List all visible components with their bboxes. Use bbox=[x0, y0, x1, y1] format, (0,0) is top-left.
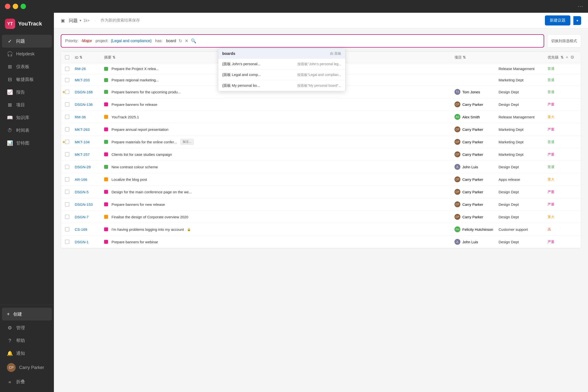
row-checkbox-10[interactable] bbox=[65, 190, 69, 194]
sidebar-item-notifications[interactable]: 🔔 通知 bbox=[2, 347, 52, 360]
priority-badge-2 bbox=[104, 90, 108, 94]
star-icon[interactable]: ★ bbox=[62, 90, 66, 94]
issue-summary-text-13[interactable]: I'm having problems logging into my acco… bbox=[112, 227, 184, 232]
row-checkbox-1[interactable] bbox=[65, 78, 69, 82]
dropdown-item-name-1: {面板 Legal and comp... bbox=[222, 72, 295, 77]
star-icon[interactable]: ★ bbox=[62, 140, 66, 144]
sidebar-item-knowledge[interactable]: 📖 知识库 bbox=[2, 111, 52, 124]
sidebar-item-helpdesk[interactable]: 🎧 Helpdesk bbox=[2, 48, 52, 60]
dropdown-item-2[interactable]: {面板 My personal bo... 按面板"My personal bo… bbox=[218, 80, 345, 91]
search-icon[interactable]: 🔍 bbox=[191, 38, 196, 44]
sidebar-collapse-button[interactable]: « 折叠 bbox=[2, 375, 52, 388]
issue-summary-text-9[interactable]: Localize the blog post bbox=[112, 178, 147, 182]
new-issue-button[interactable]: 新建议题 bbox=[545, 16, 570, 26]
chevron-down-icon[interactable]: ▾ bbox=[80, 18, 81, 22]
maximize-button[interactable] bbox=[20, 4, 26, 9]
issue-id-link-9[interactable]: AR-166 bbox=[75, 178, 87, 182]
assignee-avatar-3: CP bbox=[454, 102, 460, 107]
row-checkbox-6[interactable] bbox=[65, 140, 69, 144]
sidebar-item-timesheets[interactable]: ⏱ 时间表 bbox=[2, 124, 52, 137]
issue-assignee-9: CP Carry Parker bbox=[454, 176, 498, 182]
issue-summary-text-10[interactable]: Design for the main conference page on t… bbox=[112, 190, 192, 194]
row-checkbox-7[interactable] bbox=[65, 152, 69, 156]
sidebar-item-gantt[interactable]: 📊 甘特图 bbox=[2, 137, 52, 150]
header-assignee[interactable]: 项目 ⇅ bbox=[454, 55, 498, 60]
sidebar-item-manage[interactable]: ⚙ 管理 bbox=[2, 322, 52, 334]
row-checkbox-14[interactable] bbox=[65, 240, 69, 244]
priority-badge-9 bbox=[104, 178, 108, 181]
issue-id-link-4[interactable]: RM-36 bbox=[75, 115, 86, 119]
add-column-button[interactable]: + bbox=[566, 55, 568, 60]
dropdown-item-desc-0: 按面板"John's personal leg... bbox=[298, 62, 341, 66]
issue-id-14: DSGN-1 bbox=[75, 240, 104, 244]
issue-id-link-7[interactable]: MKT-257 bbox=[75, 152, 90, 156]
issue-id-link-12[interactable]: DSGN-7 bbox=[75, 215, 89, 219]
issue-id-link-2[interactable]: DSGN-168 bbox=[75, 90, 92, 94]
issue-id-link-14[interactable]: DSGN-1 bbox=[75, 240, 89, 244]
issue-summary-text-3[interactable]: Prepare banners for release bbox=[112, 102, 157, 106]
priority-badge-14 bbox=[104, 240, 108, 244]
minimize-button[interactable] bbox=[13, 4, 18, 9]
sidebar-create-button[interactable]: + 创建 bbox=[2, 308, 52, 320]
row-checkbox-13[interactable] bbox=[65, 227, 69, 232]
header-priority[interactable]: 优先级 ⇅ + ⚙ bbox=[548, 55, 577, 60]
row-checkbox-0[interactable] bbox=[65, 67, 69, 71]
issue-id-link-13[interactable]: CS-169 bbox=[75, 227, 87, 232]
header-id[interactable]: ID ⇅ bbox=[75, 55, 104, 60]
clear-search-icon[interactable]: ✕ bbox=[185, 38, 188, 44]
issue-id-link-1[interactable]: MKT-203 bbox=[75, 78, 90, 82]
row-check-13 bbox=[65, 227, 75, 232]
sidebar-item-user[interactable]: CP Carry Parker bbox=[2, 360, 52, 375]
assignee-avatar-12: CP bbox=[454, 214, 460, 220]
issue-id-link-5[interactable]: MKT-263 bbox=[75, 128, 90, 132]
new-issue-dropdown-button[interactable]: ▾ bbox=[573, 16, 581, 25]
issue-summary-text-8[interactable]: New contrast colour scheme bbox=[112, 165, 158, 169]
sidebar-item-dashboard[interactable]: ⊞ 仪表板 bbox=[2, 60, 52, 73]
issue-summary-text-7[interactable]: Clients list for case studies campaign bbox=[112, 152, 172, 156]
issue-summary-text-1[interactable]: Prepare regional marketing... bbox=[112, 78, 159, 82]
refresh-icon[interactable]: ↻ bbox=[178, 38, 182, 44]
issue-summary-text-2[interactable]: Prepare banners for the upcoming produ..… bbox=[112, 90, 181, 94]
tag-badge-6[interactable]: 加注... bbox=[180, 139, 194, 145]
row-checkbox-4[interactable] bbox=[65, 115, 69, 119]
sidebar-item-agile[interactable]: ⊟ 敏捷面板 bbox=[2, 73, 52, 86]
issue-id-link-0[interactable]: RM-26 bbox=[75, 67, 86, 71]
sidebar-item-reports[interactable]: 📈 报告 bbox=[2, 86, 52, 98]
sidebar-item-issues[interactable]: ✓ 问题 bbox=[2, 35, 52, 48]
assignee-name-4: Alex Smith bbox=[462, 115, 480, 119]
dropdown-item-0[interactable]: {面板 John's personal... 按面板"John's person… bbox=[218, 59, 345, 70]
window-controls[interactable] bbox=[5, 4, 26, 9]
issue-id-link-11[interactable]: DSGN-153 bbox=[75, 202, 92, 206]
row-checkbox-3[interactable] bbox=[65, 102, 69, 106]
row-checkbox-11[interactable] bbox=[65, 202, 69, 206]
search-actions: ↻ ✕ 🔍 bbox=[178, 38, 196, 44]
issue-id-0: RM-26 bbox=[75, 67, 104, 71]
close-button[interactable] bbox=[5, 4, 10, 9]
issue-assignee-3: CP Carry Parker bbox=[454, 102, 498, 107]
issue-summary-14: Prepare banners for webinar bbox=[104, 240, 454, 244]
issue-id-link-6[interactable]: MKT-104 bbox=[75, 140, 90, 144]
row-checkbox-9[interactable] bbox=[65, 177, 69, 182]
row-checkbox-5[interactable] bbox=[65, 127, 69, 132]
issue-id-link-10[interactable]: DSGN-5 bbox=[75, 190, 89, 194]
issue-summary-text-4[interactable]: YouTrack 2025.1 bbox=[112, 115, 139, 119]
sidebar-item-help[interactable]: ? 帮助 bbox=[2, 334, 52, 347]
row-checkbox-12[interactable] bbox=[65, 214, 69, 219]
issue-summary-text-0[interactable]: Prepare the Project X relea... bbox=[112, 67, 159, 71]
issue-summary-text-12[interactable]: Finalise the design of Corporate overvie… bbox=[112, 215, 188, 219]
titlebar-more[interactable]: ⋯ bbox=[578, 3, 583, 10]
issue-summary-text-6[interactable]: Prepare materials for the online confer.… bbox=[112, 140, 177, 144]
issue-id-link-3[interactable]: DSGN-136 bbox=[75, 102, 92, 106]
issue-id-link-8[interactable]: DSGN-28 bbox=[75, 165, 91, 169]
row-checkbox-2[interactable] bbox=[65, 90, 69, 94]
table-settings-icon[interactable]: ⚙ bbox=[570, 55, 574, 60]
row-checkbox-8[interactable] bbox=[65, 165, 69, 169]
save-search-link[interactable]: 作为新的搜索结果保存 bbox=[101, 18, 140, 23]
select-all-checkbox[interactable] bbox=[65, 55, 69, 60]
dropdown-item-1[interactable]: {面板 Legal and comp... 按面板"Legal and comp… bbox=[218, 70, 345, 80]
sidebar-item-projects[interactable]: ⊠ 项目 bbox=[2, 98, 52, 111]
issue-summary-text-11[interactable]: Prepare banners for new release bbox=[112, 202, 165, 206]
issue-summary-text-5[interactable]: Prepare annual report presentation bbox=[112, 128, 168, 132]
issue-summary-text-14[interactable]: Prepare banners for webinar bbox=[112, 240, 158, 244]
filter-switch-button[interactable]: 切换到筛选模式 bbox=[547, 34, 581, 48]
